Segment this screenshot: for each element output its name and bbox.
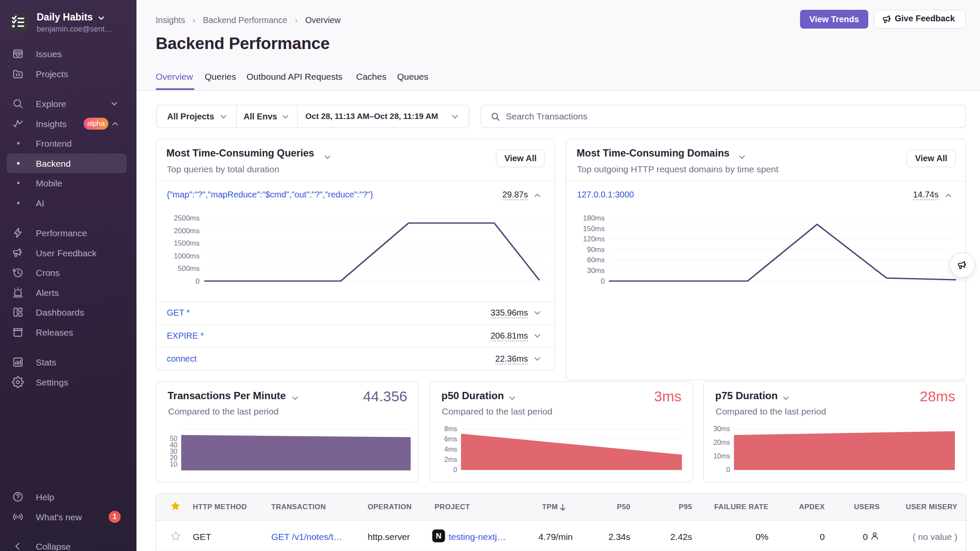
- svg-text:20ms: 20ms: [713, 439, 730, 446]
- svg-text:1000ms: 1000ms: [174, 252, 200, 260]
- svg-text:0: 0: [601, 277, 605, 285]
- svg-text:2500ms: 2500ms: [174, 214, 200, 222]
- svg-text:8ms: 8ms: [444, 425, 457, 432]
- svg-text:10: 10: [170, 461, 177, 468]
- svg-text:0: 0: [196, 277, 200, 285]
- svg-text:0: 0: [453, 466, 457, 473]
- svg-text:500ms: 500ms: [178, 264, 200, 273]
- svg-text:0: 0: [726, 466, 730, 473]
- svg-text:2ms: 2ms: [444, 456, 457, 463]
- svg-text:60ms: 60ms: [587, 256, 605, 264]
- svg-text:1500ms: 1500ms: [174, 239, 200, 247]
- svg-text:10ms: 10ms: [713, 452, 730, 460]
- svg-text:120ms: 120ms: [583, 235, 605, 243]
- svg-text:90ms: 90ms: [587, 246, 605, 254]
- svg-text:30ms: 30ms: [587, 267, 605, 275]
- svg-text:180ms: 180ms: [583, 214, 605, 222]
- svg-text:2000ms: 2000ms: [174, 227, 200, 235]
- svg-text:N: N: [436, 532, 441, 540]
- svg-text:150ms: 150ms: [583, 225, 605, 233]
- svg-text:30ms: 30ms: [713, 425, 730, 432]
- svg-text:4ms: 4ms: [444, 446, 457, 453]
- svg-text:6ms: 6ms: [444, 435, 457, 443]
